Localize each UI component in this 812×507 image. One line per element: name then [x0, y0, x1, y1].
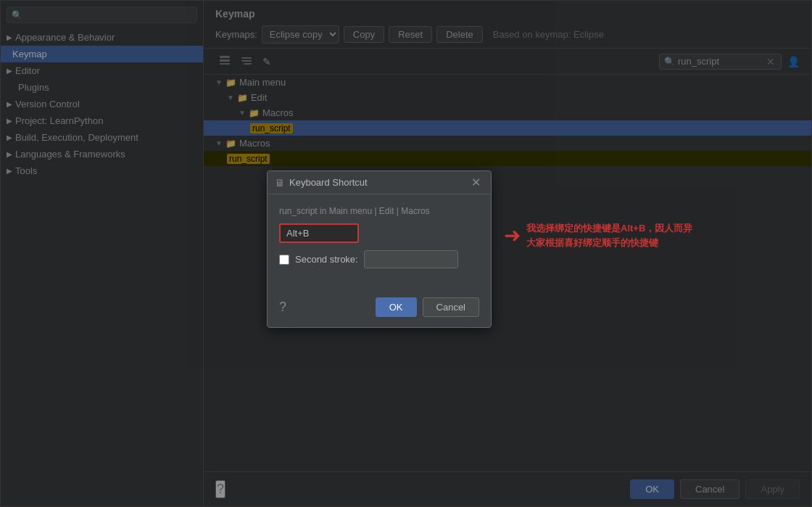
second-stroke-row: Second stroke: [279, 250, 479, 268]
second-stroke-checkbox[interactable] [279, 255, 289, 265]
modal-action-buttons: OK Cancel [376, 297, 479, 317]
second-stroke-input[interactable] [364, 250, 458, 268]
ide-icon: 🖥 [275, 177, 285, 189]
shortcut-input-row [279, 223, 479, 243]
second-stroke-label: Second stroke: [295, 254, 358, 265]
modal-footer: ? OK Cancel [268, 292, 491, 327]
modal-body: run_script in Main menu | Edit | Macros … [268, 194, 491, 292]
annotation-arrow-icon: ➜ [504, 223, 521, 247]
annotation: ➜ 我选择绑定的快捷键是Alt+B，因人而异大家根据喜好绑定顺手的快捷键 [504, 221, 692, 250]
modal-close-button[interactable]: ✕ [468, 176, 484, 189]
help-icon[interactable]: ? [279, 300, 286, 315]
modal-overlay: 🖥 Keyboard Shortcut ✕ run_script in Main… [0, 0, 812, 507]
modal-titlebar: 🖥 Keyboard Shortcut ✕ [268, 171, 491, 194]
modal-context-label: run_script in Main menu | Edit | Macros [279, 206, 479, 216]
modal-title: Keyboard Shortcut [289, 177, 468, 188]
modal-cancel-button[interactable]: Cancel [423, 297, 479, 317]
keyboard-shortcut-dialog: 🖥 Keyboard Shortcut ✕ run_script in Main… [267, 170, 492, 328]
annotation-text: 我选择绑定的快捷键是Alt+B，因人而异大家根据喜好绑定顺手的快捷键 [526, 221, 692, 250]
first-stroke-input[interactable] [279, 223, 359, 243]
modal-ok-button[interactable]: OK [376, 297, 417, 317]
